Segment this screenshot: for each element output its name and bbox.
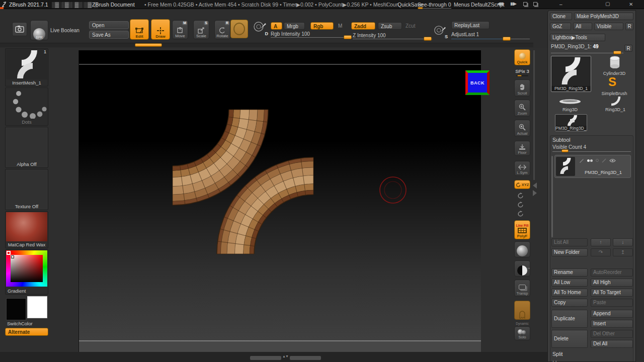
zcut-button[interactable]: Zcut — [406, 23, 415, 29]
zadd-button[interactable]: Zadd — [351, 22, 375, 30]
draw-button[interactable]: Draw — [151, 19, 170, 40]
duplicate-button[interactable]: Duplicate — [551, 310, 588, 328]
hscroll-arrows[interactable]: ▲▼ — [282, 354, 288, 358]
solo-button[interactable]: Solo — [514, 326, 530, 340]
rotate-z-button[interactable] — [517, 210, 524, 219]
screenshot-button[interactable] — [12, 22, 27, 36]
scale-button[interactable]: S Scale — [193, 20, 209, 39]
del-other-button[interactable]: Del Other — [591, 330, 633, 338]
edit-button[interactable]: Edit — [130, 19, 149, 40]
zsub-button[interactable]: Zsub — [378, 22, 402, 30]
simplebrush-icon[interactable]: S — [608, 75, 616, 89]
open-button[interactable]: Open — [89, 21, 129, 29]
adjust-last-track[interactable] — [451, 39, 530, 39]
dock-left-icon[interactable]: ◀▮▮ — [497, 2, 503, 6]
autoreorder-button[interactable]: AutoReorder — [591, 268, 633, 277]
hue-ring[interactable] — [6, 250, 47, 287]
copy-doc-icon[interactable] — [523, 2, 527, 6]
stroke-curve-d-icon[interactable]: D — [253, 21, 268, 36]
tool-thumb-cylinder[interactable] — [603, 55, 625, 70]
brush-thumbnail[interactable]: 1 InsertMesh_1 — [5, 48, 48, 86]
uv-toggle-icon[interactable] — [596, 159, 599, 162]
copy-button[interactable]: Copy — [551, 299, 588, 307]
all-low-button[interactable]: All Low — [551, 279, 588, 287]
bpr-button[interactable]: BPR — [30, 20, 48, 40]
a-button[interactable]: A — [271, 22, 282, 30]
zoom-button[interactable]: Zoom — [514, 100, 530, 117]
active-tool-slider-label[interactable]: PM3D_Ring3D_1: 49 — [551, 44, 599, 49]
rotate-y-button[interactable] — [517, 201, 524, 210]
alternate-button[interactable]: Alternate — [5, 328, 48, 336]
tool-thumb-ring3d[interactable] — [558, 98, 582, 107]
rgb-button[interactable]: Rgb — [310, 22, 334, 30]
current-brush-button[interactable] — [230, 20, 248, 38]
perspective-button[interactable] — [514, 241, 530, 257]
insert-button[interactable]: Insert — [591, 320, 633, 328]
paste-doc-icon[interactable] — [533, 2, 537, 6]
move-button[interactable]: M Move — [172, 20, 188, 39]
color-picker[interactable]: Gradient — [5, 249, 48, 295]
visible-button[interactable]: Visible — [594, 23, 623, 30]
material-thumbnail[interactable]: MatCap Red Wax — [5, 211, 48, 248]
subtool-scrollbar[interactable] — [551, 156, 553, 237]
minimize-button[interactable]: – — [559, 2, 562, 7]
all-to-target-button[interactable]: All To Target — [591, 289, 633, 297]
z-intensity-handle[interactable] — [424, 37, 432, 41]
eye-icon[interactable] — [609, 158, 616, 163]
ghost-button[interactable] — [514, 301, 530, 320]
tray-collapse-arrow-left[interactable] — [533, 183, 537, 189]
texture-thumbnail[interactable]: Texture Off — [5, 169, 48, 210]
restore-button[interactable]: ▢ — [605, 1, 610, 7]
replay-last-button[interactable]: ReplayLast — [451, 21, 490, 29]
visible-count-handle[interactable] — [561, 149, 569, 152]
polyframe-button[interactable]: Line Fill PolyF — [514, 220, 530, 239]
all-button[interactable]: All — [573, 23, 592, 30]
tray-scrollbar[interactable] — [533, 50, 535, 180]
floor-button[interactable]: Floor — [514, 141, 530, 156]
hscroll-left-handle[interactable] — [250, 356, 281, 360]
list-all-button[interactable]: List All — [551, 238, 588, 246]
view-orientation-gizmo[interactable]: BACK — [465, 70, 490, 95]
rgb-intensity-track[interactable] — [271, 37, 352, 38]
hscroll-right-handle[interactable] — [290, 356, 321, 360]
paste-button[interactable]: Paste — [591, 299, 633, 307]
rotate-xyz-button[interactable]: XYZ — [514, 180, 530, 189]
tool-r-button[interactable]: R — [624, 45, 632, 52]
close-button[interactable]: ✕ — [629, 2, 633, 7]
actual-button[interactable]: Actual — [514, 120, 530, 137]
all-to-home-button[interactable]: All To Home — [551, 289, 588, 297]
subtool-up-button[interactable]: ↑ — [591, 238, 611, 246]
mask-slash-icon[interactable] — [602, 158, 606, 163]
z-intensity-track[interactable] — [353, 39, 432, 39]
hue-selector[interactable] — [7, 251, 11, 255]
transp-button[interactable]: Transp — [514, 280, 530, 297]
polypaint-toggle-icon[interactable] — [587, 159, 593, 162]
folder-redo-button[interactable]: ↷ — [591, 248, 611, 256]
clone-button[interactable]: Clone — [550, 13, 572, 20]
silhouette-button[interactable]: → — [514, 260, 530, 277]
active-tool-track[interactable] — [551, 53, 623, 53]
divider-handle[interactable] — [135, 43, 162, 47]
sculpt-brush-icon[interactable] — [579, 158, 584, 163]
spix-handle[interactable] — [517, 75, 522, 76]
del-all-button[interactable]: Del All — [591, 340, 633, 348]
new-folder-button[interactable]: New Folder — [551, 248, 588, 256]
append-button[interactable]: Append — [591, 310, 633, 318]
subtool-down-button[interactable]: ↓ — [613, 238, 633, 246]
tool-thumb-active[interactable]: PM3D_Ring3D_1 — [551, 56, 591, 92]
dock-right-icon[interactable]: ▮▮▶ — [510, 2, 516, 6]
scroll-button[interactable]: Scroll — [514, 79, 530, 97]
spix-slider[interactable]: SPix 3 — [514, 68, 530, 76]
subtool-item[interactable]: PM3D_Ring3D_1 — [554, 155, 631, 178]
tool-thumb-pm3d-small[interactable]: PM3D_Ring3D_1 — [555, 114, 587, 131]
color-selector[interactable] — [11, 255, 14, 258]
local-symmetry-button[interactable]: L.Sym — [514, 161, 530, 176]
goz-button[interactable]: GoZ — [550, 23, 571, 30]
rename-button[interactable]: Rename — [551, 268, 588, 277]
adjust-last-handle[interactable] — [503, 37, 511, 41]
lightbox-tools-button[interactable]: Lightbox▶Tools — [550, 34, 605, 41]
folder-promote-button[interactable]: ↥ — [613, 248, 633, 256]
viewport-canvas[interactable]: BACK — [78, 50, 481, 352]
rotate-button[interactable]: R Rotate — [214, 20, 230, 39]
mrgb-button[interactable]: Mrgb — [284, 22, 305, 30]
